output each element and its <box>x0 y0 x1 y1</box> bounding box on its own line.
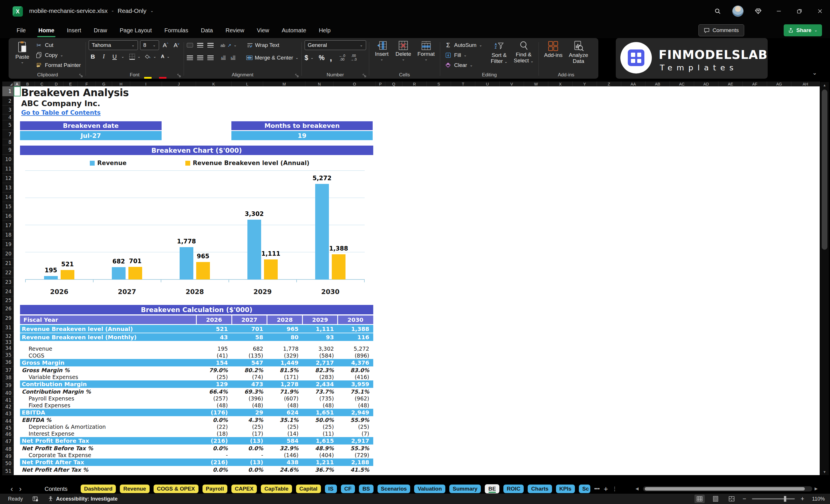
column-header-S[interactable]: S <box>427 82 451 86</box>
column-header-AF[interactable]: AF <box>743 82 767 86</box>
font-color-button[interactable]: A <box>161 55 164 59</box>
column-header-AE[interactable]: AE <box>719 82 743 86</box>
sheet-tab-captable[interactable]: CapTable <box>261 484 292 493</box>
comma-format-button[interactable]: , <box>330 53 332 63</box>
column-header-T[interactable]: T <box>451 82 475 86</box>
top-align-button[interactable] <box>197 43 203 48</box>
row-header-38[interactable]: 38 <box>2 374 14 381</box>
row-header-14[interactable]: 14 <box>2 192 14 202</box>
row-header-3[interactable]: 3 <box>2 105 14 115</box>
menu-tab-file[interactable]: File <box>10 24 32 37</box>
row-header-22[interactable]: 22 <box>2 268 14 278</box>
cut-button[interactable]: ✂ Cut <box>34 40 83 50</box>
table-of-contents-link[interactable]: Go to Table of Contents <box>21 109 101 116</box>
column-header-Z[interactable]: Z <box>597 82 621 86</box>
search-icon[interactable] <box>711 5 724 17</box>
row-header-12[interactable]: 12 <box>2 174 14 183</box>
decrease-decimal-button[interactable]: .00→.0 <box>350 54 357 62</box>
column-header-AG[interactable]: AG <box>767 82 791 86</box>
row-header-42[interactable]: 42 <box>2 404 14 410</box>
row-header-13[interactable]: 13 <box>2 183 14 192</box>
horizontal-scrollbar-thumb[interactable] <box>645 487 805 491</box>
tabs-scroll-right-icon[interactable]: › <box>16 484 25 494</box>
align-left-button[interactable] <box>187 56 193 60</box>
copy-button[interactable]: Copy ⌄ <box>34 50 83 60</box>
analyze-data-button[interactable]: AnalyzeData <box>567 40 590 65</box>
sheet-tab-charts[interactable]: Charts <box>528 484 552 493</box>
grow-font-button[interactable]: A^ <box>161 42 170 49</box>
row-header-48[interactable]: 48 <box>2 445 14 453</box>
column-header-O[interactable]: O <box>333 82 376 86</box>
row-header-1[interactable]: 1 <box>2 86 14 96</box>
borders-chevron-icon[interactable]: ⌄ <box>137 55 141 58</box>
sheet-tab-kpis[interactable]: KPIs <box>556 484 575 493</box>
orientation-button[interactable]: ab ↗ ⌄ <box>221 43 237 48</box>
borders-button[interactable] <box>129 54 135 60</box>
row-header-44[interactable]: 44 <box>2 417 14 425</box>
diamond-icon[interactable] <box>752 5 764 17</box>
row-header-11[interactable]: 11 <box>2 164 14 174</box>
zoom-level[interactable]: 110% <box>810 496 825 502</box>
number-dialog-launcher[interactable] <box>363 74 366 77</box>
column-header-X[interactable]: X <box>548 82 573 86</box>
row-header-25[interactable]: 25 <box>2 296 14 304</box>
row-header-4[interactable]: 4 <box>2 115 14 120</box>
column-header-AH[interactable]: AH <box>791 82 820 86</box>
bold-button[interactable]: B <box>89 53 97 60</box>
font-color-chevron-icon[interactable]: ⌄ <box>167 55 170 58</box>
row-header-5[interactable]: 5 <box>2 120 14 130</box>
row-header-15[interactable]: 15 <box>2 202 14 211</box>
addins-button[interactable]: Add-ins <box>542 40 565 59</box>
zoom-slider[interactable] <box>752 498 795 499</box>
paste-button[interactable]: Paste ⌄ <box>12 40 32 64</box>
row-header-40[interactable]: 40 <box>2 389 14 397</box>
row-header-45[interactable]: 45 <box>2 425 14 431</box>
underline-chevron-icon[interactable]: ⌄ <box>121 55 124 58</box>
sheet-tab-revenue[interactable]: Revenue <box>120 484 149 493</box>
column-header-W[interactable]: W <box>524 82 548 86</box>
row-header-36[interactable]: 36 <box>2 358 14 367</box>
menu-tab-help[interactable]: Help <box>313 24 337 37</box>
row-header-31[interactable]: 31 <box>2 323 14 332</box>
column-header-AD[interactable]: AD <box>694 82 719 86</box>
font-family-select[interactable]: Tahoma ⌄ <box>89 40 138 50</box>
column-header-R[interactable]: R <box>403 82 427 86</box>
row-header-17[interactable]: 17 <box>2 221 14 230</box>
macro-record-icon[interactable] <box>33 496 38 502</box>
row-header-47[interactable]: 47 <box>2 437 14 445</box>
middle-align-button[interactable] <box>187 43 193 48</box>
column-header-V[interactable]: V <box>500 82 524 86</box>
column-header-Q[interactable]: Q <box>385 82 403 86</box>
sheet-tab-dashboard[interactable]: Dashboard <box>81 484 116 493</box>
clipboard-dialog-launcher[interactable] <box>79 74 83 77</box>
collapse-ribbon-chevron-icon[interactable]: ⌄ <box>812 69 817 76</box>
sheet-tab-payroll[interactable]: Payroll <box>202 484 227 493</box>
horizontal-scrollbar[interactable] <box>643 486 812 492</box>
menu-tab-data[interactable]: Data <box>194 24 219 37</box>
fill-color-button[interactable] <box>145 55 151 59</box>
row-header-41[interactable]: 41 <box>2 397 14 404</box>
page-layout-view-button[interactable] <box>710 495 721 503</box>
merge-center-button[interactable]: Merge & Center ⌄ <box>246 55 298 61</box>
row-header-33[interactable]: 33 <box>2 340 14 344</box>
number-format-select[interactable]: General ⌄ <box>305 40 366 50</box>
align-right-button[interactable] <box>208 56 214 60</box>
column-header-P[interactable]: P <box>376 82 385 86</box>
column-header-E[interactable]: E <box>63 82 78 86</box>
hscroll-left-icon[interactable]: ◀ <box>636 486 639 491</box>
menu-tab-draw[interactable]: Draw <box>88 24 114 37</box>
column-header-M[interactable]: M <box>263 82 306 86</box>
row-header-18[interactable]: 18 <box>2 230 14 240</box>
column-header-G[interactable]: G <box>96 82 112 86</box>
user-avatar[interactable] <box>732 5 744 17</box>
row-header-35[interactable]: 35 <box>2 352 14 358</box>
column-header-Y[interactable]: Y <box>573 82 597 86</box>
row-header-7[interactable]: 7 <box>2 130 14 139</box>
minimize-button[interactable] <box>773 5 785 17</box>
menu-tab-review[interactable]: Review <box>219 24 251 37</box>
row-header-2[interactable]: 2 <box>2 96 14 105</box>
page-break-view-button[interactable] <box>727 495 737 503</box>
row-header-34[interactable]: 34 <box>2 344 14 352</box>
comments-button[interactable]: Comments <box>698 24 744 36</box>
autosum-button[interactable]: Σ AutoSum ⌄ <box>443 40 484 50</box>
